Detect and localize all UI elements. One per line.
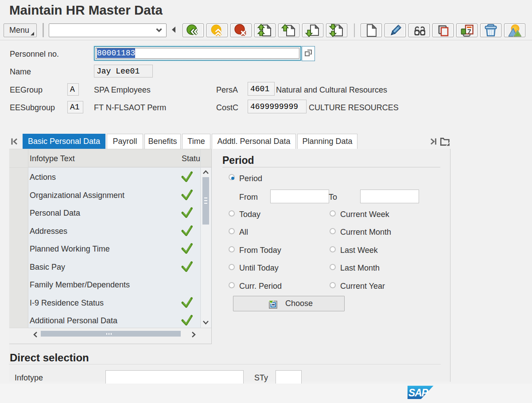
svg-text:SAP: SAP [408, 387, 429, 399]
